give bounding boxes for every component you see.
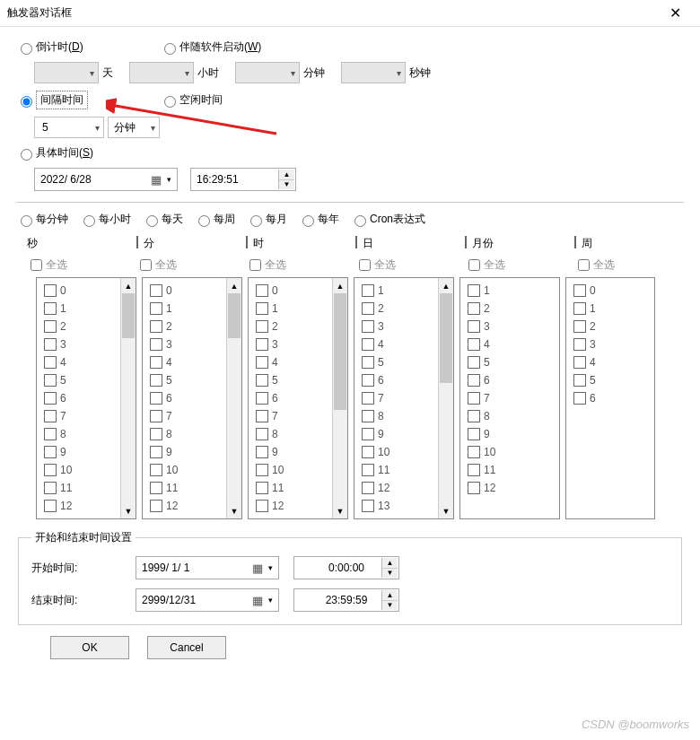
- scrollbar[interactable]: ▲▼: [438, 278, 453, 518]
- list-item[interactable]: 2: [252, 318, 330, 335]
- list-item[interactable]: 1: [146, 300, 224, 318]
- listbox-hour[interactable]: 0123456789101112 ▲▼: [248, 277, 348, 519]
- list-item[interactable]: 9: [40, 443, 118, 461]
- list-item[interactable]: 6: [570, 389, 652, 407]
- selectall-day[interactable]: 全选: [355, 257, 465, 274]
- list-item[interactable]: 2: [40, 318, 118, 335]
- list-item[interactable]: 1: [252, 300, 330, 318]
- list-item[interactable]: 1: [570, 300, 652, 318]
- list-item[interactable]: 4: [358, 335, 436, 353]
- spinner-end-time[interactable]: ▲▼: [381, 590, 398, 610]
- input-start-date[interactable]: 1999/ 1/ 1 ▦ ▾: [136, 556, 279, 579]
- listbox-sec[interactable]: 0123456789101112 ▲▼: [36, 277, 136, 519]
- ok-button[interactable]: OK: [50, 636, 129, 659]
- list-item[interactable]: 10: [146, 461, 224, 479]
- list-item[interactable]: 1: [40, 300, 118, 318]
- radio-specific[interactable]: 具体时间(S): [16, 145, 93, 161]
- list-item[interactable]: 12: [40, 497, 118, 515]
- list-item[interactable]: 12: [252, 497, 330, 515]
- scrollbar[interactable]: ▲▼: [226, 278, 241, 518]
- list-item[interactable]: 2: [570, 318, 652, 335]
- radio-per-year[interactable]: 每年: [298, 212, 339, 227]
- list-item[interactable]: 4: [40, 353, 118, 371]
- list-item[interactable]: 3: [358, 318, 436, 335]
- list-item[interactable]: 11: [40, 479, 118, 497]
- list-item[interactable]: 2: [358, 300, 436, 318]
- selectall-min[interactable]: 全选: [136, 257, 246, 274]
- listbox-month[interactable]: 123456789101112: [459, 277, 560, 519]
- list-item[interactable]: 5: [252, 371, 330, 389]
- list-item[interactable]: 8: [464, 407, 557, 425]
- list-item[interactable]: 8: [358, 407, 436, 425]
- input-start-time[interactable]: 0:00:00 ▲▼: [293, 556, 399, 579]
- list-item[interactable]: 11: [464, 461, 557, 479]
- list-item[interactable]: 3: [146, 335, 224, 353]
- list-item[interactable]: 11: [146, 479, 224, 497]
- list-item[interactable]: 8: [146, 425, 224, 443]
- dropdown-days[interactable]: ▾: [34, 62, 99, 83]
- list-item[interactable]: 6: [146, 389, 224, 407]
- list-item[interactable]: 11: [358, 461, 436, 479]
- list-item[interactable]: 7: [40, 407, 118, 425]
- input-end-date[interactable]: 2999/12/31 ▦ ▾: [136, 588, 279, 612]
- list-item[interactable]: 4: [570, 353, 652, 371]
- dropdown-seconds[interactable]: ▾: [341, 62, 406, 83]
- list-item[interactable]: 10: [358, 443, 436, 461]
- radio-cron-expr[interactable]: Cron表达式: [350, 212, 425, 227]
- selectall-sec[interactable]: 全选: [27, 257, 136, 274]
- list-item[interactable]: 9: [146, 443, 224, 461]
- selectall-hour[interactable]: 全选: [246, 257, 355, 274]
- dropdown-hours[interactable]: ▾: [129, 62, 194, 83]
- list-item[interactable]: 3: [464, 318, 557, 335]
- radio-per-minute[interactable]: 每分钟: [16, 212, 68, 227]
- input-specific-date[interactable]: 2022/ 6/28 ▦ ▾: [34, 168, 178, 191]
- list-item[interactable]: 8: [40, 425, 118, 443]
- radio-countdown[interactable]: 倒计时(D): [16, 39, 142, 55]
- input-specific-time[interactable]: 16:29:51 ▲▼: [190, 168, 296, 191]
- list-item[interactable]: 2: [146, 318, 224, 335]
- radio-interval[interactable]: 间隔时间: [16, 91, 142, 109]
- radio-per-month[interactable]: 每月: [246, 212, 287, 227]
- list-item[interactable]: 4: [146, 353, 224, 371]
- list-item[interactable]: 1: [464, 282, 557, 300]
- list-item[interactable]: 0: [146, 282, 224, 300]
- list-item[interactable]: 12: [146, 497, 224, 515]
- selectall-month[interactable]: 全选: [465, 257, 574, 274]
- list-item[interactable]: 7: [146, 407, 224, 425]
- list-item[interactable]: 12: [358, 479, 436, 497]
- list-item[interactable]: 9: [358, 425, 436, 443]
- list-item[interactable]: 9: [252, 443, 330, 461]
- listbox-week[interactable]: 0123456: [565, 277, 655, 519]
- radio-per-day[interactable]: 每天: [142, 212, 183, 227]
- dropdown-interval-value[interactable]: 5▾: [34, 117, 104, 138]
- list-item[interactable]: 3: [40, 335, 118, 353]
- list-item[interactable]: 13: [358, 497, 436, 515]
- list-item[interactable]: 4: [252, 353, 330, 371]
- listbox-min[interactable]: 0123456789101112 ▲▼: [142, 277, 242, 519]
- list-item[interactable]: 10: [464, 443, 557, 461]
- list-item[interactable]: 3: [252, 335, 330, 353]
- close-button[interactable]: ✕: [657, 1, 693, 26]
- list-item[interactable]: 5: [40, 371, 118, 389]
- cancel-button[interactable]: Cancel: [147, 636, 226, 659]
- list-item[interactable]: 11: [252, 479, 330, 497]
- list-item[interactable]: 8: [252, 425, 330, 443]
- radio-with-software[interactable]: 伴随软件启动(W): [160, 39, 261, 55]
- list-item[interactable]: 6: [252, 389, 330, 407]
- input-end-time[interactable]: 23:59:59 ▲▼: [293, 588, 399, 612]
- list-item[interactable]: 0: [40, 282, 118, 300]
- spinner-specific-time[interactable]: ▲▼: [278, 170, 294, 189]
- radio-per-hour[interactable]: 每小时: [79, 212, 131, 227]
- scrollbar[interactable]: ▲▼: [120, 278, 136, 518]
- list-item[interactable]: 6: [40, 389, 118, 407]
- selectall-week[interactable]: 全选: [574, 257, 673, 274]
- list-item[interactable]: 5: [146, 371, 224, 389]
- list-item[interactable]: 10: [40, 461, 118, 479]
- list-item[interactable]: 9: [464, 425, 557, 443]
- list-item[interactable]: 0: [252, 282, 330, 300]
- list-item[interactable]: 4: [464, 335, 557, 353]
- scrollbar[interactable]: ▲▼: [332, 278, 347, 518]
- list-item[interactable]: 2: [464, 300, 557, 318]
- dropdown-interval-unit[interactable]: 分钟▾: [108, 117, 160, 138]
- list-item[interactable]: 7: [464, 389, 557, 407]
